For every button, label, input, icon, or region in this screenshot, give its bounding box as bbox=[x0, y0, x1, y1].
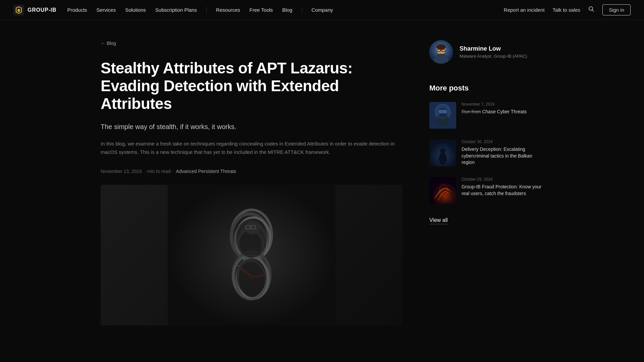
nav-left: GROUP-IB Products Services Solutions Sub… bbox=[13, 5, 333, 15]
author-role: Malware Analyst, Group-IB (APAC) bbox=[460, 54, 527, 59]
sidebar: Sharmine Low Malware Analyst, Group-IB (… bbox=[429, 40, 543, 325]
post-card-1[interactable]: November 7, 2024 Run from Chase Cyber Th… bbox=[429, 102, 543, 129]
svg-point-32 bbox=[437, 114, 449, 127]
post-card-3[interactable]: October 29, 2024 Group-IB Fraud Protecti… bbox=[429, 177, 543, 204]
post-date-3: October 29, 2024 bbox=[462, 177, 543, 182]
post-info-1: November 7, 2024 Run from Chase Cyber Th… bbox=[462, 102, 527, 115]
nav-divider-2 bbox=[302, 7, 302, 13]
svg-point-16 bbox=[245, 222, 260, 234]
article-meta: November 13, 2024 · min to read · Advanc… bbox=[101, 169, 402, 174]
post-info-2: October 30, 2024 Delivery Deception: Esc… bbox=[462, 139, 543, 166]
nav-item-subscription[interactable]: Subscription Plans bbox=[155, 7, 197, 13]
post-date-1: November 7, 2024 bbox=[462, 102, 527, 107]
more-posts-section: More posts November 7, bbox=[429, 84, 543, 224]
author-info: Sharmine Low Malware Analyst, Group-IB (… bbox=[460, 45, 527, 59]
nav-item-solutions[interactable]: Solutions bbox=[125, 7, 146, 13]
nav-item-resources[interactable]: Resources bbox=[216, 7, 240, 13]
search-button[interactable] bbox=[588, 6, 594, 14]
nav-item-freetools[interactable]: Free Tools bbox=[250, 7, 273, 13]
nav-right: Report an incident Talk to sales Sign in bbox=[504, 4, 631, 15]
svg-rect-31 bbox=[439, 110, 447, 113]
nav-item-products[interactable]: Products bbox=[67, 7, 87, 13]
talk-to-sales-link[interactable]: Talk to sales bbox=[553, 7, 581, 13]
nav-item-services[interactable]: Services bbox=[97, 7, 116, 13]
brand-name: GROUP-IB bbox=[28, 7, 56, 13]
article-main: ← Blog Stealthy Attributes of APT Lazaru… bbox=[101, 40, 402, 325]
post-title-1: Run from Chase Cyber Threats bbox=[462, 109, 527, 115]
svg-point-1 bbox=[589, 7, 593, 10]
post-card-2[interactable]: October 30, 2024 Delivery Deception: Esc… bbox=[429, 139, 543, 166]
article-title: Stealthy Attributes of APT Lazarus: Evad… bbox=[101, 59, 402, 113]
signin-button[interactable]: Sign in bbox=[602, 4, 631, 15]
post-title-2: Delivery Deception: Escalating cybercrim… bbox=[462, 146, 543, 166]
svg-point-37 bbox=[439, 153, 447, 165]
nav-item-company[interactable]: Company bbox=[312, 7, 333, 13]
main-nav: GROUP-IB Products Services Solutions Sub… bbox=[0, 0, 644, 20]
report-incident-link[interactable]: Report an incident bbox=[504, 7, 545, 13]
article-tag: Advanced Persistent Threats bbox=[176, 169, 236, 174]
post-date-2: October 30, 2024 bbox=[462, 139, 543, 144]
article-hero-image bbox=[101, 185, 402, 325]
nav-item-blog[interactable]: Blog bbox=[282, 7, 292, 13]
more-posts-title: More posts bbox=[429, 84, 543, 93]
post-title-rest: Chase Cyber Threats bbox=[482, 109, 527, 114]
author-name: Sharmine Low bbox=[460, 45, 527, 52]
author-section: Sharmine Low Malware Analyst, Group-IB (… bbox=[429, 40, 543, 64]
svg-rect-40 bbox=[429, 177, 456, 204]
article-readtime: · min to read · bbox=[145, 169, 173, 174]
post-thumbnail-3 bbox=[429, 177, 456, 204]
logo[interactable]: GROUP-IB bbox=[13, 5, 56, 15]
article-intro: In this blog, we examine a fresh take on… bbox=[101, 139, 402, 157]
nav-divider bbox=[206, 7, 207, 13]
back-to-blog-link[interactable]: ← Blog bbox=[101, 41, 116, 46]
svg-point-23 bbox=[436, 44, 446, 50]
article-date: November 13, 2024 bbox=[101, 169, 142, 174]
post-title-3: Group-IB Fraud Protection: Know your rea… bbox=[462, 184, 543, 197]
post-title-strikethrough: Run from bbox=[462, 109, 481, 114]
svg-point-15 bbox=[237, 258, 266, 296]
post-info-3: October 29, 2024 Group-IB Fraud Protecti… bbox=[462, 177, 543, 197]
view-all-link[interactable]: View all bbox=[429, 217, 448, 224]
hero-visual bbox=[101, 185, 402, 325]
post-thumbnail-1 bbox=[429, 102, 456, 129]
nav-menu: Products Services Solutions Subscription… bbox=[67, 7, 333, 13]
author-avatar bbox=[429, 40, 453, 64]
article-subtitle: The simple way of stealth, if it works, … bbox=[101, 122, 402, 131]
post-thumbnail-2 bbox=[429, 139, 456, 166]
page-wrapper: ← Blog Stealthy Attributes of APT Lazaru… bbox=[87, 20, 557, 346]
